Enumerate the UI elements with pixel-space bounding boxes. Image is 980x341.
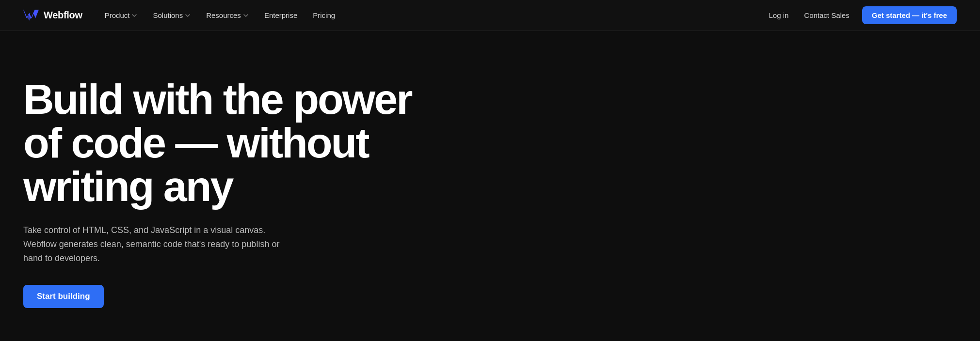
nav-get-started-button[interactable]: Get started — it's free (862, 6, 957, 24)
chevron-down-icon (243, 13, 249, 18)
nav-logo-text: Webflow (44, 10, 82, 21)
nav-contact-sales-link[interactable]: Contact Sales (797, 7, 856, 23)
navbar: Webflow Product Solutions Resources (0, 0, 980, 31)
nav-item-pricing[interactable]: Pricing (306, 7, 342, 23)
nav-right: Log in Contact Sales Get started — it's … (762, 6, 957, 24)
nav-item-solutions-label: Solutions (153, 11, 183, 19)
nav-item-enterprise-label: Enterprise (264, 11, 297, 19)
nav-item-pricing-label: Pricing (313, 11, 335, 19)
nav-item-solutions[interactable]: Solutions (146, 7, 197, 23)
nav-item-product-label: Product (105, 11, 130, 19)
nav-logo[interactable]: Webflow (23, 10, 82, 21)
nav-left: Webflow Product Solutions Resources (23, 7, 342, 23)
hero-start-building-button[interactable]: Start building (23, 285, 104, 308)
nav-item-enterprise[interactable]: Enterprise (257, 7, 304, 23)
nav-login-link[interactable]: Log in (762, 7, 795, 23)
nav-item-resources-label: Resources (206, 11, 241, 19)
nav-item-resources[interactable]: Resources (199, 7, 256, 23)
hero-subtext: Take control of HTML, CSS, and JavaScrip… (23, 223, 285, 265)
nav-item-product[interactable]: Product (98, 7, 145, 23)
chevron-down-icon (185, 13, 191, 18)
hero-headline: Build with the power of code — without w… (23, 78, 442, 208)
hero-section: Build with the power of code — without w… (0, 31, 466, 341)
chevron-down-icon (131, 13, 137, 18)
webflow-logo-icon (23, 10, 39, 21)
nav-links: Product Solutions Resources (98, 7, 342, 23)
